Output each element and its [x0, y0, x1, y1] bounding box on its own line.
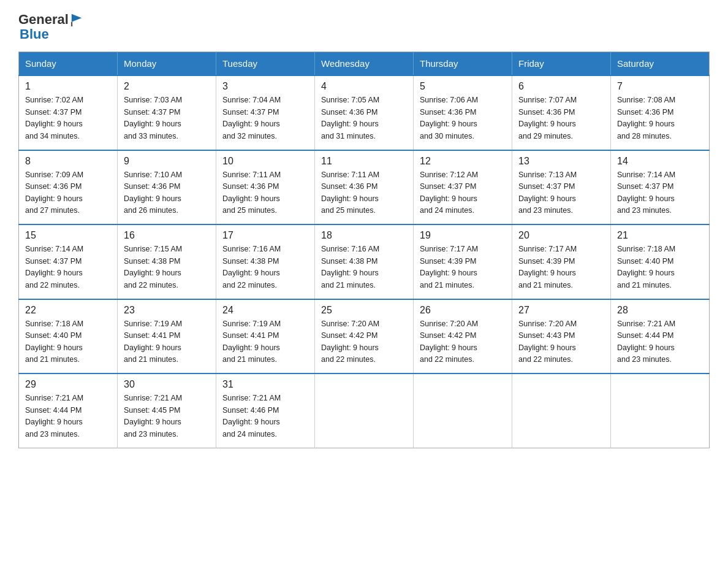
day-info: Sunrise: 7:18 AMSunset: 4:40 PMDaylight:…	[617, 243, 703, 291]
day-info: Sunrise: 7:20 AMSunset: 4:42 PMDaylight:…	[321, 318, 407, 366]
day-info: Sunrise: 7:11 AMSunset: 4:36 PMDaylight:…	[321, 169, 407, 217]
logo: General Blue	[18, 12, 84, 42]
day-info: Sunrise: 7:14 AMSunset: 4:37 PMDaylight:…	[25, 243, 111, 291]
day-number: 11	[321, 156, 407, 167]
logo-blue-text: Blue	[20, 27, 84, 42]
svg-rect-1	[71, 22, 72, 26]
calendar-week-row: 8 Sunrise: 7:09 AMSunset: 4:36 PMDayligh…	[19, 150, 710, 225]
header-friday: Friday	[512, 52, 611, 76]
calendar-day-cell	[315, 373, 414, 448]
day-number: 10	[222, 156, 308, 167]
calendar-day-cell: 30 Sunrise: 7:21 AMSunset: 4:45 PMDaylig…	[118, 373, 216, 448]
day-number: 8	[25, 156, 111, 167]
day-info: Sunrise: 7:13 AMSunset: 4:37 PMDaylight:…	[518, 169, 604, 217]
calendar-day-cell: 12 Sunrise: 7:12 AMSunset: 4:37 PMDaylig…	[414, 150, 512, 225]
calendar-day-cell	[512, 373, 611, 448]
calendar-day-cell: 24 Sunrise: 7:19 AMSunset: 4:41 PMDaylig…	[216, 299, 315, 374]
calendar-week-row: 29 Sunrise: 7:21 AMSunset: 4:44 PMDaylig…	[19, 373, 710, 448]
calendar-body: 1 Sunrise: 7:02 AMSunset: 4:37 PMDayligh…	[19, 75, 710, 448]
calendar-day-cell: 2 Sunrise: 7:03 AMSunset: 4:37 PMDayligh…	[118, 75, 216, 150]
calendar-week-row: 1 Sunrise: 7:02 AMSunset: 4:37 PMDayligh…	[19, 75, 710, 150]
day-number: 28	[617, 305, 703, 316]
calendar-day-cell: 17 Sunrise: 7:16 AMSunset: 4:38 PMDaylig…	[216, 224, 315, 299]
calendar-day-cell: 31 Sunrise: 7:21 AMSunset: 4:46 PMDaylig…	[216, 373, 315, 448]
day-number: 18	[321, 230, 407, 241]
calendar-day-cell: 6 Sunrise: 7:07 AMSunset: 4:36 PMDayligh…	[512, 75, 611, 150]
day-info: Sunrise: 7:14 AMSunset: 4:37 PMDaylight:…	[617, 169, 703, 217]
day-info: Sunrise: 7:17 AMSunset: 4:39 PMDaylight:…	[420, 243, 506, 291]
calendar-table: Sunday Monday Tuesday Wednesday Thursday…	[18, 52, 710, 448]
day-info: Sunrise: 7:18 AMSunset: 4:40 PMDaylight:…	[25, 318, 111, 366]
day-number: 13	[518, 156, 604, 167]
calendar-week-row: 15 Sunrise: 7:14 AMSunset: 4:37 PMDaylig…	[19, 224, 710, 299]
day-number: 26	[420, 305, 506, 316]
day-number: 30	[124, 379, 210, 390]
day-info: Sunrise: 7:04 AMSunset: 4:37 PMDaylight:…	[222, 94, 308, 142]
day-info: Sunrise: 7:20 AMSunset: 4:43 PMDaylight:…	[518, 318, 604, 366]
calendar-day-cell: 19 Sunrise: 7:17 AMSunset: 4:39 PMDaylig…	[414, 224, 512, 299]
calendar-day-cell: 8 Sunrise: 7:09 AMSunset: 4:36 PMDayligh…	[19, 150, 118, 225]
header-wednesday: Wednesday	[315, 52, 414, 76]
calendar-day-cell: 25 Sunrise: 7:20 AMSunset: 4:42 PMDaylig…	[315, 299, 414, 374]
logo-general-text: General	[18, 12, 69, 27]
calendar-day-cell: 26 Sunrise: 7:20 AMSunset: 4:42 PMDaylig…	[414, 299, 512, 374]
day-number: 29	[25, 379, 111, 390]
calendar-day-cell: 18 Sunrise: 7:16 AMSunset: 4:38 PMDaylig…	[315, 224, 414, 299]
day-info: Sunrise: 7:21 AMSunset: 4:44 PMDaylight:…	[617, 318, 703, 366]
calendar-day-cell: 28 Sunrise: 7:21 AMSunset: 4:44 PMDaylig…	[611, 299, 710, 374]
day-info: Sunrise: 7:02 AMSunset: 4:37 PMDaylight:…	[25, 94, 111, 142]
calendar-day-cell: 22 Sunrise: 7:18 AMSunset: 4:40 PMDaylig…	[19, 299, 118, 374]
day-info: Sunrise: 7:11 AMSunset: 4:36 PMDaylight:…	[222, 169, 308, 217]
calendar-day-cell: 29 Sunrise: 7:21 AMSunset: 4:44 PMDaylig…	[19, 373, 118, 448]
day-number: 21	[617, 230, 703, 241]
day-info: Sunrise: 7:03 AMSunset: 4:37 PMDaylight:…	[124, 94, 210, 142]
day-number: 20	[518, 230, 604, 241]
day-number: 7	[617, 81, 703, 92]
header-sunday: Sunday	[19, 52, 118, 76]
svg-marker-0	[72, 14, 82, 22]
day-info: Sunrise: 7:16 AMSunset: 4:38 PMDaylight:…	[222, 243, 308, 291]
day-info: Sunrise: 7:17 AMSunset: 4:39 PMDaylight:…	[518, 243, 604, 291]
day-number: 4	[321, 81, 407, 92]
header-monday: Monday	[118, 52, 216, 76]
page-header: General Blue	[18, 12, 710, 42]
header-saturday: Saturday	[611, 52, 710, 76]
calendar-day-cell: 9 Sunrise: 7:10 AMSunset: 4:36 PMDayligh…	[118, 150, 216, 225]
calendar-header: Sunday Monday Tuesday Wednesday Thursday…	[19, 52, 710, 76]
day-info: Sunrise: 7:05 AMSunset: 4:36 PMDaylight:…	[321, 94, 407, 142]
calendar-day-cell	[414, 373, 512, 448]
day-info: Sunrise: 7:20 AMSunset: 4:42 PMDaylight:…	[420, 318, 506, 366]
day-info: Sunrise: 7:21 AMSunset: 4:44 PMDaylight:…	[25, 393, 111, 440]
day-number: 2	[124, 81, 210, 92]
day-number: 9	[124, 156, 210, 167]
day-info: Sunrise: 7:19 AMSunset: 4:41 PMDaylight:…	[124, 318, 210, 366]
calendar-day-cell: 23 Sunrise: 7:19 AMSunset: 4:41 PMDaylig…	[118, 299, 216, 374]
day-info: Sunrise: 7:12 AMSunset: 4:37 PMDaylight:…	[420, 169, 506, 217]
calendar-day-cell	[611, 373, 710, 448]
day-number: 6	[518, 81, 604, 92]
day-number: 5	[420, 81, 506, 92]
day-number: 24	[222, 305, 308, 316]
calendar-day-cell: 21 Sunrise: 7:18 AMSunset: 4:40 PMDaylig…	[611, 224, 710, 299]
day-info: Sunrise: 7:21 AMSunset: 4:45 PMDaylight:…	[124, 393, 210, 440]
day-number: 23	[124, 305, 210, 316]
calendar-day-cell: 20 Sunrise: 7:17 AMSunset: 4:39 PMDaylig…	[512, 224, 611, 299]
day-info: Sunrise: 7:06 AMSunset: 4:36 PMDaylight:…	[420, 94, 506, 142]
day-number: 25	[321, 305, 407, 316]
day-number: 3	[222, 81, 308, 92]
day-info: Sunrise: 7:21 AMSunset: 4:46 PMDaylight:…	[222, 393, 308, 440]
day-number: 19	[420, 230, 506, 241]
day-number: 22	[25, 305, 111, 316]
calendar-day-cell: 10 Sunrise: 7:11 AMSunset: 4:36 PMDaylig…	[216, 150, 315, 225]
day-info: Sunrise: 7:07 AMSunset: 4:36 PMDaylight:…	[518, 94, 604, 142]
day-number: 31	[222, 379, 308, 390]
calendar-day-cell: 13 Sunrise: 7:13 AMSunset: 4:37 PMDaylig…	[512, 150, 611, 225]
calendar-day-cell: 27 Sunrise: 7:20 AMSunset: 4:43 PMDaylig…	[512, 299, 611, 374]
day-number: 1	[25, 81, 111, 92]
calendar-day-cell: 7 Sunrise: 7:08 AMSunset: 4:36 PMDayligh…	[611, 75, 710, 150]
day-number: 17	[222, 230, 308, 241]
calendar-day-cell: 1 Sunrise: 7:02 AMSunset: 4:37 PMDayligh…	[19, 75, 118, 150]
days-of-week-row: Sunday Monday Tuesday Wednesday Thursday…	[19, 52, 710, 76]
day-info: Sunrise: 7:10 AMSunset: 4:36 PMDaylight:…	[124, 169, 210, 217]
logo-flag-icon	[70, 13, 84, 26]
